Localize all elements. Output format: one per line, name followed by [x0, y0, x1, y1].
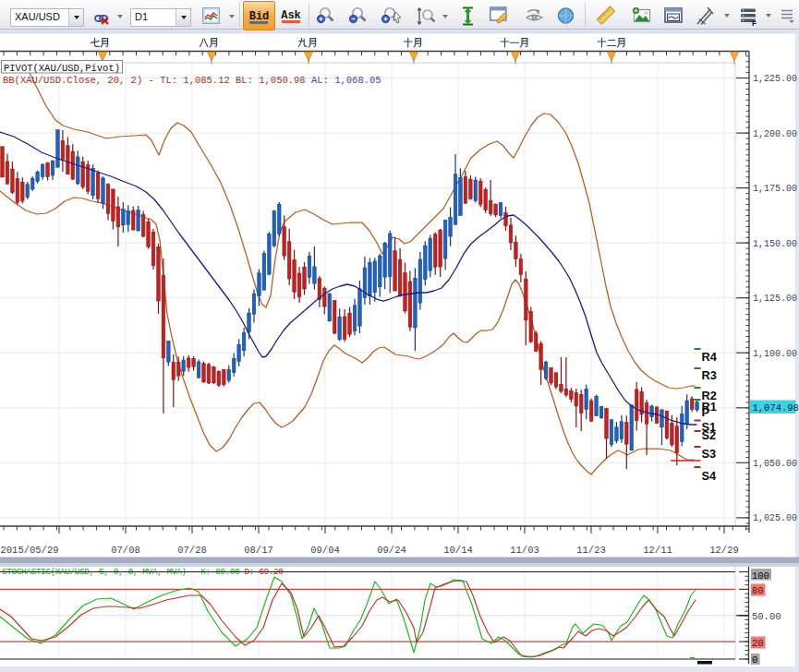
svg-text:1,100.00: 1,100.00 — [753, 349, 797, 359]
svg-text:80: 80 — [752, 585, 764, 596]
svg-text:1,175.00: 1,175.00 — [753, 184, 797, 194]
svg-text:R3: R3 — [702, 368, 717, 382]
svg-text:10/14: 10/14 — [443, 545, 473, 556]
svg-text:08/17: 08/17 — [244, 545, 273, 556]
svg-text:1,025.00: 1,025.00 — [753, 513, 797, 523]
svg-text:12/29: 12/29 — [709, 545, 739, 556]
svg-text:50.00: 50.00 — [752, 611, 781, 622]
svg-text:07/28: 07/28 — [177, 545, 207, 556]
svg-text:20: 20 — [752, 638, 764, 649]
svg-text:S3: S3 — [702, 447, 717, 461]
svg-text:100: 100 — [752, 570, 769, 582]
svg-text:11/23: 11/23 — [576, 545, 606, 556]
svg-text:1,150.00: 1,150.00 — [753, 239, 797, 249]
svg-text:0: 0 — [752, 654, 757, 666]
svg-text:S4: S4 — [702, 469, 718, 483]
svg-text:09/04: 09/04 — [310, 545, 340, 556]
svg-text:S2: S2 — [702, 428, 717, 442]
svg-text:1,074.98: 1,074.98 — [753, 402, 799, 414]
svg-text:07/08: 07/08 — [111, 545, 140, 556]
svg-text:11/03: 11/03 — [510, 545, 539, 556]
svg-text:P: P — [702, 405, 710, 419]
svg-text:F: F — [752, 19, 757, 27]
svg-text:1,125.00: 1,125.00 — [753, 294, 797, 304]
svg-text:1,200.00: 1,200.00 — [753, 129, 797, 139]
svg-text:12/11: 12/11 — [643, 545, 672, 556]
svg-text:BB(XAU/USD.Close, 20, 2) - TL: BB(XAU/USD.Close, 20, 2) - TL: 1,085.12 … — [3, 75, 381, 86]
svg-text:1,225.00: 1,225.00 — [753, 74, 797, 84]
svg-text:2015/05/29: 2015/05/29 — [0, 545, 58, 556]
svg-text:PIVOT(XAU/USD,Pivot): PIVOT(XAU/USD,Pivot) — [4, 63, 120, 74]
svg-text:1,050.00: 1,050.00 — [753, 459, 797, 469]
svg-text:09/24: 09/24 — [377, 545, 406, 556]
svg-text:R4: R4 — [702, 350, 718, 364]
